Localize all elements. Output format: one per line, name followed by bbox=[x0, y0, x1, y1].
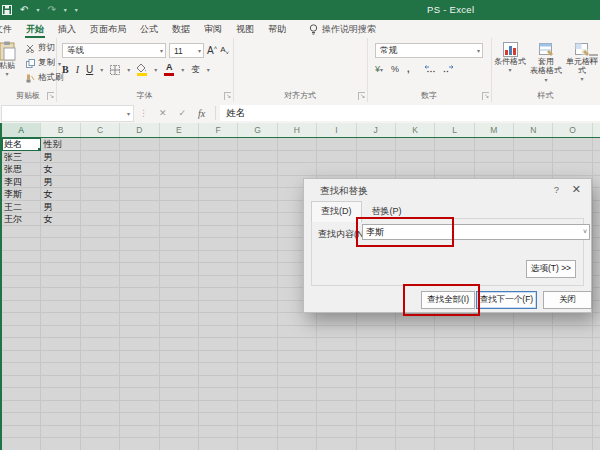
cell-H24[interactable] bbox=[278, 426, 317, 439]
cell-H23[interactable] bbox=[278, 413, 317, 426]
cell-C23[interactable] bbox=[81, 413, 120, 426]
comma-style-button[interactable]: , bbox=[407, 64, 410, 74]
cell-O20[interactable] bbox=[553, 376, 592, 389]
cell-O22[interactable] bbox=[553, 401, 592, 414]
cell-I24[interactable] bbox=[317, 426, 356, 439]
cell-P10[interactable] bbox=[593, 251, 600, 264]
cell-C20[interactable] bbox=[81, 376, 120, 389]
cell-A19[interactable] bbox=[2, 363, 41, 376]
currency-format-button[interactable]: ¥▾ bbox=[375, 64, 383, 74]
cell-G18[interactable] bbox=[238, 351, 277, 364]
decrease-decimal-icon[interactable] bbox=[443, 65, 454, 73]
cell-G8[interactable] bbox=[238, 226, 277, 239]
cell-J16[interactable] bbox=[357, 326, 396, 339]
cell-B20[interactable] bbox=[41, 376, 80, 389]
cell-N24[interactable] bbox=[514, 426, 553, 439]
cell-E6[interactable] bbox=[160, 201, 199, 214]
cell-F23[interactable] bbox=[199, 413, 238, 426]
cell-F9[interactable] bbox=[199, 238, 238, 251]
cell-I3[interactable] bbox=[317, 163, 356, 176]
cell-F2[interactable] bbox=[199, 151, 238, 164]
cell-N19[interactable] bbox=[514, 363, 553, 376]
cell-G22[interactable] bbox=[238, 401, 277, 414]
cell-O18[interactable] bbox=[553, 351, 592, 364]
cell-F21[interactable] bbox=[199, 388, 238, 401]
cell-K25[interactable] bbox=[396, 438, 435, 450]
cell-I16[interactable] bbox=[317, 326, 356, 339]
cell-D18[interactable] bbox=[120, 351, 159, 364]
cell-M24[interactable] bbox=[475, 426, 514, 439]
cell-C3[interactable] bbox=[81, 163, 120, 176]
cell-B21[interactable] bbox=[41, 388, 80, 401]
cell-J2[interactable] bbox=[357, 151, 396, 164]
cell-A18[interactable] bbox=[2, 351, 41, 364]
cell-B17[interactable] bbox=[41, 338, 80, 351]
cell-P19[interactable] bbox=[593, 363, 600, 376]
cell-C15[interactable] bbox=[81, 313, 120, 326]
cell-N17[interactable] bbox=[514, 338, 553, 351]
cell-M25[interactable] bbox=[475, 438, 514, 450]
cell-D14[interactable] bbox=[120, 301, 159, 314]
column-header-M[interactable]: M bbox=[475, 123, 514, 137]
cell-C16[interactable] bbox=[81, 326, 120, 339]
cell-styles-button[interactable]: 单元格样式 ▾ bbox=[565, 42, 599, 84]
cell-B11[interactable] bbox=[41, 263, 80, 276]
cell-N20[interactable] bbox=[514, 376, 553, 389]
column-header-B[interactable]: B bbox=[41, 123, 80, 137]
cell-B12[interactable] bbox=[41, 276, 80, 289]
column-header-E[interactable]: E bbox=[160, 123, 199, 137]
cell-D21[interactable] bbox=[120, 388, 159, 401]
cell-L21[interactable] bbox=[435, 388, 474, 401]
cell-F5[interactable] bbox=[199, 188, 238, 201]
cell-C12[interactable] bbox=[81, 276, 120, 289]
cell-A14[interactable] bbox=[2, 301, 41, 314]
cell-C7[interactable] bbox=[81, 213, 120, 226]
cell-F1[interactable] bbox=[199, 138, 238, 151]
cell-I23[interactable] bbox=[317, 413, 356, 426]
column-header-N[interactable]: N bbox=[514, 123, 553, 137]
conditional-formatting-button[interactable]: 条件格式 ▾ bbox=[493, 42, 527, 75]
cell-P5[interactable] bbox=[593, 188, 600, 201]
cell-H20[interactable] bbox=[278, 376, 317, 389]
cell-G6[interactable] bbox=[238, 201, 277, 214]
cell-D20[interactable] bbox=[120, 376, 159, 389]
cell-B9[interactable] bbox=[41, 238, 80, 251]
cell-C5[interactable] bbox=[81, 188, 120, 201]
cell-D19[interactable] bbox=[120, 363, 159, 376]
cell-L1[interactable] bbox=[435, 138, 474, 151]
cell-A20[interactable] bbox=[2, 376, 41, 389]
font-color-button[interactable]: A bbox=[164, 63, 174, 76]
cell-A12[interactable] bbox=[2, 276, 41, 289]
cell-F3[interactable] bbox=[199, 163, 238, 176]
dialog-help-icon[interactable]: ? bbox=[554, 184, 559, 195]
dialog-tab-find[interactable]: 查找(D) bbox=[311, 201, 362, 222]
cell-K2[interactable] bbox=[396, 151, 435, 164]
cell-P21[interactable] bbox=[593, 388, 600, 401]
cell-L24[interactable] bbox=[435, 426, 474, 439]
tab-formulas[interactable]: 公式 bbox=[133, 20, 165, 38]
cell-E12[interactable] bbox=[160, 276, 199, 289]
cell-F20[interactable] bbox=[199, 376, 238, 389]
tab-page-layout[interactable]: 页面布局 bbox=[83, 20, 133, 38]
close-button[interactable]: 关闭 bbox=[543, 291, 592, 309]
cell-F14[interactable] bbox=[199, 301, 238, 314]
cell-K18[interactable] bbox=[396, 351, 435, 364]
cell-K21[interactable] bbox=[396, 388, 435, 401]
cell-O17[interactable] bbox=[553, 338, 592, 351]
cell-I1[interactable] bbox=[317, 138, 356, 151]
cell-A6[interactable]: 王二 bbox=[2, 201, 41, 214]
cell-O16[interactable] bbox=[553, 326, 592, 339]
cell-M21[interactable] bbox=[475, 388, 514, 401]
cell-A17[interactable] bbox=[2, 338, 41, 351]
cell-E9[interactable] bbox=[160, 238, 199, 251]
cell-A25[interactable] bbox=[2, 438, 41, 450]
cell-G15[interactable] bbox=[238, 313, 277, 326]
cell-D17[interactable] bbox=[120, 338, 159, 351]
cell-F16[interactable] bbox=[199, 326, 238, 339]
pinyin-dropdown-icon[interactable]: ▾ bbox=[207, 66, 210, 73]
tab-review[interactable]: 审阅 bbox=[197, 20, 229, 38]
cell-D12[interactable] bbox=[120, 276, 159, 289]
customize-qat-icon[interactable]: ▾ bbox=[75, 2, 78, 18]
cell-C9[interactable] bbox=[81, 238, 120, 251]
cell-K20[interactable] bbox=[396, 376, 435, 389]
